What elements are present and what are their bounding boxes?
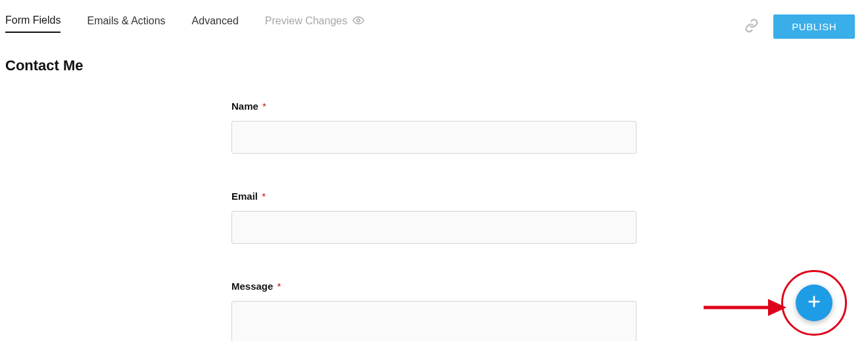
label-text: Message bbox=[231, 281, 273, 292]
annotation-arrow bbox=[702, 296, 788, 319]
page-title: Contact Me bbox=[5, 57, 868, 74]
svg-point-0 bbox=[357, 19, 360, 22]
tab-advanced[interactable]: Advanced bbox=[192, 15, 239, 32]
required-mark: * bbox=[262, 101, 266, 112]
field-row-message: Message * bbox=[231, 281, 637, 341]
add-field-button[interactable] bbox=[796, 284, 832, 321]
label-text: Email bbox=[231, 191, 258, 202]
name-input[interactable] bbox=[231, 121, 637, 154]
tab-form-fields[interactable]: Form Fields bbox=[5, 14, 60, 33]
link-icon[interactable] bbox=[744, 18, 759, 35]
field-label-name: Name * bbox=[231, 101, 637, 112]
eye-icon bbox=[352, 15, 364, 27]
required-mark: * bbox=[277, 281, 281, 292]
tab-label: Form Fields bbox=[5, 14, 60, 26]
tab-label: Advanced bbox=[192, 15, 239, 27]
top-bar: Form Fields Emails & Actions Advanced Pr… bbox=[0, 0, 868, 39]
form-area: Name * Email * Message * bbox=[231, 101, 637, 341]
tab-emails-actions[interactable]: Emails & Actions bbox=[87, 15, 165, 32]
field-row-name: Name * bbox=[231, 101, 637, 154]
field-row-email: Email * bbox=[231, 191, 637, 244]
top-right-actions: PUBLISH bbox=[744, 14, 855, 39]
tabs: Form Fields Emails & Actions Advanced Pr… bbox=[5, 14, 364, 33]
required-mark: * bbox=[262, 191, 266, 202]
message-textarea[interactable] bbox=[231, 301, 637, 341]
tab-preview-changes[interactable]: Preview Changes bbox=[265, 15, 364, 32]
publish-label: PUBLISH bbox=[792, 21, 836, 32]
publish-button[interactable]: PUBLISH bbox=[773, 14, 855, 39]
field-label-message: Message * bbox=[231, 281, 637, 292]
label-text: Name bbox=[231, 101, 258, 112]
plus-icon bbox=[807, 294, 821, 311]
email-input[interactable] bbox=[231, 211, 637, 244]
fab-wrapper bbox=[781, 270, 852, 341]
tab-label: Emails & Actions bbox=[87, 15, 165, 27]
field-label-email: Email * bbox=[231, 191, 637, 202]
tab-label: Preview Changes bbox=[265, 15, 347, 27]
